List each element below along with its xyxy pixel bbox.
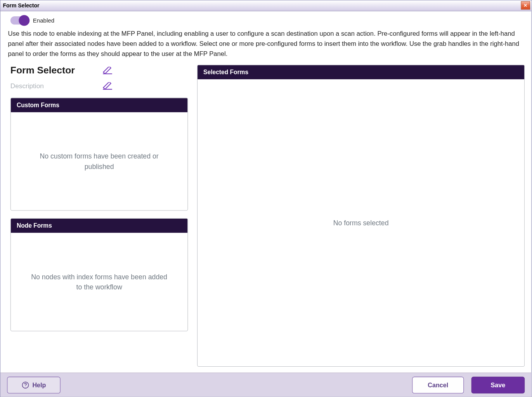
dialog-window: Form Selector ✕ Enabled Use this node to… (0, 0, 532, 397)
selected-forms-header: Selected Forms (198, 65, 524, 80)
node-forms-body[interactable]: No nodes with index forms have been adde… (11, 233, 187, 331)
custom-forms-body[interactable]: No custom forms have been created or pub… (11, 112, 187, 210)
help-label: Help (32, 381, 46, 388)
enable-row: Enabled (7, 11, 525, 28)
footer-bar: Help Cancel Save (0, 373, 531, 397)
close-icon: ✕ (523, 3, 527, 8)
name-description-block: Form Selector Description (10, 65, 188, 91)
enabled-label: Enabled (33, 17, 54, 24)
cancel-button[interactable]: Cancel (412, 376, 464, 393)
help-icon (22, 381, 29, 388)
save-label: Save (491, 381, 506, 388)
close-button[interactable]: ✕ (521, 1, 530, 9)
description-row: Description (10, 82, 188, 90)
save-button[interactable]: Save (471, 376, 525, 393)
pencil-icon (102, 82, 113, 90)
titlebar: Form Selector ✕ (0, 0, 531, 11)
columns: Form Selector Description (7, 65, 525, 373)
toggle-knob (19, 15, 29, 26)
svg-point-3 (25, 387, 26, 387)
enabled-toggle[interactable] (10, 16, 29, 24)
pencil-icon (102, 66, 113, 74)
cancel-label: Cancel (428, 381, 448, 388)
selected-forms-body[interactable]: No forms selected (198, 79, 524, 366)
node-forms-header: Node Forms (11, 219, 187, 233)
node-name: Form Selector (10, 65, 98, 76)
custom-forms-empty: No custom forms have been created or pub… (28, 151, 170, 172)
selected-forms-empty: No forms selected (333, 218, 389, 228)
help-button[interactable]: Help (7, 376, 60, 393)
node-description-placeholder: Description (10, 82, 98, 90)
right-column: Selected Forms No forms selected (197, 65, 525, 367)
content-area: Enabled Use this node to enable indexing… (0, 11, 531, 373)
node-forms-empty: No nodes with index forms have been adde… (28, 272, 170, 292)
node-forms-panel: Node Forms No nodes with index forms hav… (10, 218, 188, 331)
custom-forms-panel: Custom Forms No custom forms have been c… (10, 98, 188, 211)
edit-name-button[interactable] (102, 66, 113, 74)
selected-forms-panel: Selected Forms No forms selected (197, 65, 525, 367)
left-column: Form Selector Description (10, 65, 188, 367)
window-title: Form Selector (3, 2, 40, 9)
edit-description-button[interactable] (102, 82, 113, 90)
intro-text: Use this node to enable indexing at the … (7, 28, 525, 65)
custom-forms-header: Custom Forms (11, 98, 187, 112)
name-row: Form Selector (10, 65, 188, 76)
